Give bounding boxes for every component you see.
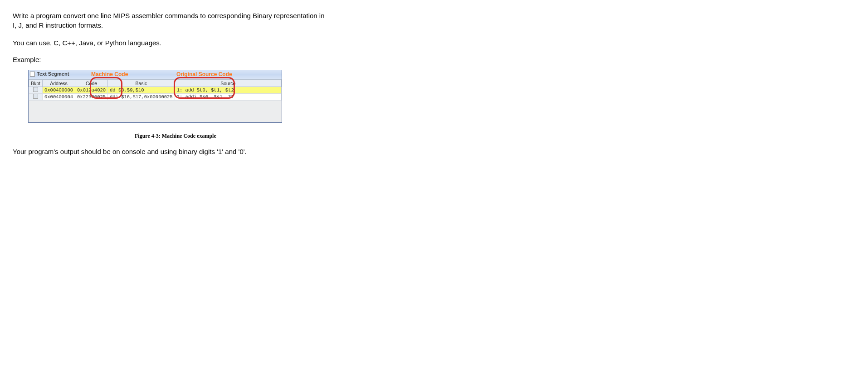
figure-caption: Figure 4-3: Machine Code example bbox=[135, 133, 855, 140]
cell-basic: dd $8,$9,$10 bbox=[108, 87, 175, 94]
panel-title-text: Text Segment bbox=[37, 71, 69, 77]
table-header-row: Bkpt Address Code Basic Source bbox=[29, 80, 282, 87]
checkbox-icon bbox=[30, 72, 35, 77]
header-basic: Basic bbox=[108, 80, 175, 87]
machine-code-label: Machine Code bbox=[91, 71, 128, 77]
example-label: Example: bbox=[13, 56, 855, 63]
cell-code: 0x22300025 bbox=[75, 94, 108, 101]
cell-basic: ddi $16,$17,0x00000025 bbox=[108, 94, 175, 101]
table-row: 0x00400000 0x012a4020 dd $8,$9,$10 1: ad… bbox=[29, 87, 282, 94]
bkpt-cell bbox=[29, 87, 43, 94]
cell-source: 1: add $t0, $t1, $t2 bbox=[175, 87, 281, 94]
output-note: Your program's output should be on conso… bbox=[13, 148, 855, 155]
text-segment-panel: Text Segment Machine Code Original Sourc… bbox=[28, 70, 282, 123]
panel-title: Text Segment bbox=[30, 71, 69, 77]
bkpt-cell bbox=[29, 94, 43, 101]
table-row: 0x00400004 0x22300025 ddi $16,$17,0x0000… bbox=[29, 94, 282, 101]
header-code: Code bbox=[75, 80, 108, 87]
cell-address: 0x00400004 bbox=[43, 94, 75, 101]
header-bkpt: Bkpt bbox=[29, 80, 43, 87]
bkpt-checkbox-icon bbox=[33, 94, 38, 99]
paragraph-description-1: Write a program convert one line MIPS as… bbox=[13, 11, 330, 30]
instruction-table: Bkpt Address Code Basic Source 0x0040000… bbox=[29, 79, 282, 101]
original-source-label: Original Source Code bbox=[176, 71, 232, 77]
cell-address: 0x00400000 bbox=[43, 87, 75, 94]
header-address: Address bbox=[43, 80, 75, 87]
figure-container: Text Segment Machine Code Original Sourc… bbox=[28, 70, 855, 140]
bkpt-checkbox-icon bbox=[33, 87, 38, 92]
panel-empty-area bbox=[29, 101, 282, 122]
header-source: Source bbox=[175, 80, 281, 87]
cell-source: 2: addi $s0, $s1, 37 bbox=[175, 94, 281, 101]
paragraph-description-2: You can use, C, C++, Java, or Python lan… bbox=[13, 38, 330, 48]
cell-code: 0x012a4020 bbox=[75, 87, 108, 94]
panel-titlebar: Text Segment Machine Code Original Sourc… bbox=[29, 70, 282, 79]
